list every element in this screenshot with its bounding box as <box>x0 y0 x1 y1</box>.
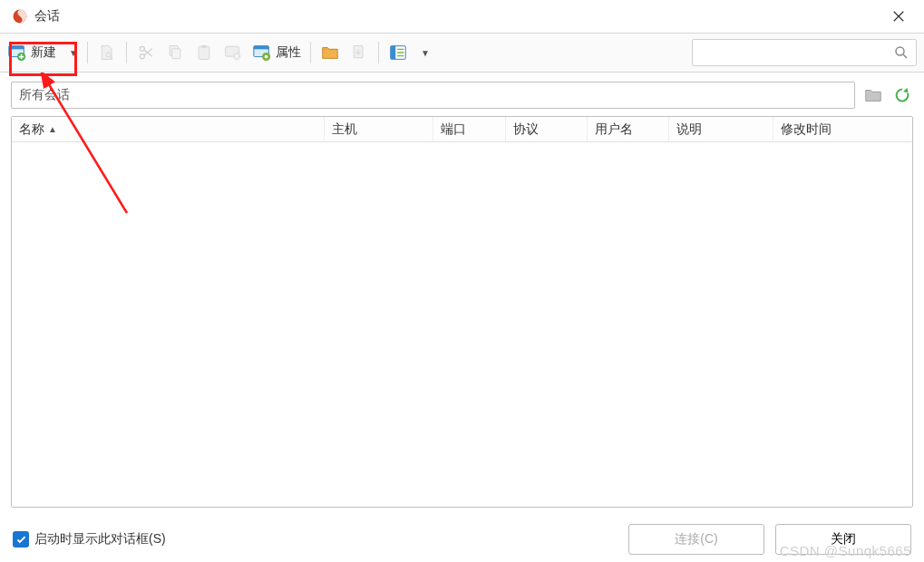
list-view-icon <box>388 43 408 63</box>
file-search-icon <box>97 43 117 63</box>
content-area: 名称 ▲ 主机 端口 协议 用户名 说明 修改时间 <box>0 73 924 517</box>
separator <box>87 42 88 63</box>
search-button[interactable] <box>892 44 910 62</box>
bottom-bar: 启动时显示此对话框(S) 连接(C) 关闭 <box>0 517 924 562</box>
chevron-down-icon: ▼ <box>421 48 430 58</box>
svg-rect-19 <box>391 46 396 60</box>
list-body[interactable] <box>12 142 912 507</box>
column-port[interactable]: 端口 <box>433 117 506 141</box>
column-host[interactable]: 主机 <box>325 117 433 141</box>
sort-asc-icon: ▲ <box>48 124 57 134</box>
svg-rect-14 <box>254 46 269 50</box>
view-button[interactable] <box>384 36 412 69</box>
column-desc[interactable]: 说明 <box>669 117 773 141</box>
chevron-down-icon: ▼ <box>69 48 78 58</box>
folder-icon <box>320 43 340 63</box>
copy-icon <box>165 43 185 63</box>
new-session-icon <box>7 43 27 63</box>
svg-point-6 <box>140 46 144 51</box>
scissors-icon <box>136 43 156 63</box>
app-logo-icon <box>11 7 29 25</box>
svg-rect-2 <box>9 46 24 50</box>
svg-point-16 <box>265 55 268 59</box>
column-user-label: 用户名 <box>595 121 633 138</box>
connect-button-label: 连接(C) <box>675 531 717 547</box>
new-dropdown[interactable]: ▼ <box>62 36 82 69</box>
close-button[interactable]: 关闭 <box>775 524 911 555</box>
checkbox-checked-icon <box>13 531 29 547</box>
session-list: 名称 ▲ 主机 端口 协议 用户名 说明 修改时间 <box>11 116 913 508</box>
column-port-label: 端口 <box>441 121 466 138</box>
separator <box>310 42 311 63</box>
new-button[interactable]: 新建 <box>4 36 60 69</box>
svg-point-5 <box>140 54 144 59</box>
properties-icon <box>252 43 272 63</box>
folder-browse-button[interactable] <box>862 84 884 106</box>
path-row <box>11 82 913 109</box>
column-protocol-label: 协议 <box>513 121 539 138</box>
separator <box>378 42 379 63</box>
column-name-label: 名称 <box>19 121 44 138</box>
close-button-label: 关闭 <box>831 531 856 547</box>
new-folder-button[interactable] <box>316 36 344 69</box>
file-button <box>93 36 121 69</box>
column-protocol[interactable]: 协议 <box>506 117 588 141</box>
column-user[interactable]: 用户名 <box>588 117 669 141</box>
startup-checkbox-label: 启动时显示此对话框(S) <box>34 531 166 547</box>
column-mtime[interactable]: 修改时间 <box>773 117 912 141</box>
title-bar: 会话 <box>0 0 924 33</box>
copy-button <box>161 36 189 69</box>
path-input[interactable] <box>11 82 855 109</box>
connect-button[interactable]: 连接(C) <box>628 524 764 555</box>
column-host-label: 主机 <box>332 121 357 138</box>
startup-checkbox[interactable]: 启动时显示此对话框(S) <box>13 531 618 547</box>
list-header: 名称 ▲ 主机 端口 协议 用户名 说明 修改时间 <box>12 117 912 142</box>
export-button <box>345 36 373 69</box>
view-dropdown[interactable]: ▼ <box>413 36 433 69</box>
paste-button <box>190 36 218 69</box>
svg-rect-9 <box>199 46 209 59</box>
column-desc-label: 说明 <box>676 121 702 138</box>
close-window-button[interactable] <box>884 2 913 31</box>
column-mtime-label: 修改时间 <box>781 121 832 138</box>
refresh-button[interactable] <box>891 84 913 106</box>
session-dialog: 会话 新建 ▼ <box>0 0 924 562</box>
properties-button[interactable]: 属性 <box>248 36 305 69</box>
svg-rect-10 <box>201 45 206 48</box>
properties-button-label: 属性 <box>276 44 301 61</box>
window-title: 会话 <box>34 8 884 24</box>
delete-button <box>219 36 247 69</box>
toolbar: 新建 ▼ <box>0 33 924 73</box>
column-name[interactable]: 名称 ▲ <box>12 117 325 141</box>
separator <box>126 42 127 63</box>
new-button-label: 新建 <box>31 44 56 61</box>
delete-icon <box>223 43 243 63</box>
search-input[interactable] <box>698 40 892 65</box>
search-box[interactable] <box>692 39 917 66</box>
svg-point-20 <box>896 47 904 55</box>
paste-icon <box>194 43 214 63</box>
cut-button <box>132 36 160 69</box>
export-icon <box>349 43 369 63</box>
svg-rect-8 <box>172 49 180 59</box>
